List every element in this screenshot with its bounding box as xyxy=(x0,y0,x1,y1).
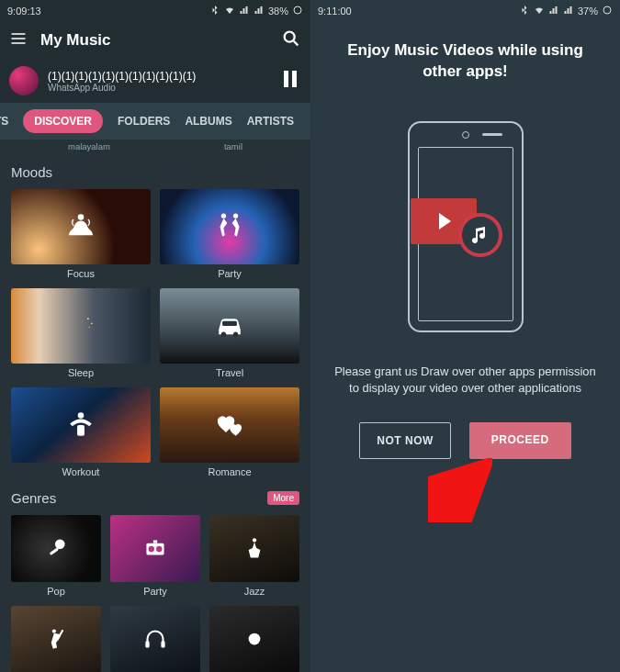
lang-item[interactable]: malayalam xyxy=(68,141,110,151)
trumpet-icon xyxy=(209,515,299,582)
bodybuilder-icon xyxy=(11,387,151,463)
status-time: 9:11:00 xyxy=(318,6,352,17)
svg-point-9 xyxy=(89,327,90,328)
status-bar-right: 9:11:00 37% xyxy=(310,0,620,22)
status-indicators: 37% xyxy=(519,5,613,17)
wifi-icon xyxy=(534,5,545,17)
tab-albums[interactable]: ALBUMS xyxy=(185,115,231,128)
pause-icon[interactable] xyxy=(279,68,301,94)
svg-rect-25 xyxy=(161,641,164,647)
svg-point-5 xyxy=(221,214,226,218)
generic-icon xyxy=(209,606,299,672)
track-title: (1)(1)(1)(1)(1)(1)(1)(1)(1)(1)(1) xyxy=(48,70,270,83)
app-bar: My Music xyxy=(0,22,310,59)
mood-workout[interactable]: Workout xyxy=(11,387,151,477)
svg-rect-16 xyxy=(50,547,60,555)
svg-point-11 xyxy=(233,332,238,337)
svg-point-13 xyxy=(78,413,85,420)
section-title-moods: Moods xyxy=(11,164,299,180)
music-note-icon xyxy=(458,213,502,257)
svg-point-15 xyxy=(55,539,65,549)
heading-line2: other apps! xyxy=(423,62,508,80)
svg-point-6 xyxy=(233,214,238,218)
svg-point-4 xyxy=(78,214,85,220)
dialog-buttons: NOT NOW PROCEED xyxy=(359,422,570,459)
mood-focus[interactable]: Focus xyxy=(11,189,151,279)
tile-label: Party xyxy=(160,268,299,279)
mood-romance[interactable]: Romance xyxy=(160,387,299,477)
svg-rect-24 xyxy=(145,641,149,647)
mood-party[interactable]: Party xyxy=(160,189,299,279)
svg-point-0 xyxy=(294,6,301,14)
moods-label: Moods xyxy=(11,164,52,180)
genre-pop[interactable]: Pop xyxy=(11,515,101,597)
track-info: (1)(1)(1)(1)(1)(1)(1)(1)(1)(1)(1) WhatsA… xyxy=(48,70,270,93)
svg-point-8 xyxy=(91,323,93,325)
svg-point-22 xyxy=(52,630,56,633)
genre-tile-4[interactable] xyxy=(11,606,101,672)
svg-rect-14 xyxy=(77,425,85,436)
heading-line1: Enjoy Music Videos while using xyxy=(347,41,583,59)
language-row: malayalam tamil xyxy=(11,141,299,151)
svg-point-21 xyxy=(253,538,256,542)
tile-label: Romance xyxy=(160,466,299,477)
not-now-button[interactable]: NOT NOW xyxy=(359,422,451,459)
lang-item[interactable]: tamil xyxy=(224,141,242,151)
genre-tile-6[interactable] xyxy=(209,606,299,672)
meditate-icon xyxy=(11,189,151,264)
tab-folders[interactable]: FOLDERS xyxy=(118,115,170,128)
genre-tile-5[interactable] xyxy=(110,606,200,672)
battery-icon xyxy=(292,5,303,17)
genre-jazz[interactable]: Jazz xyxy=(209,515,299,597)
tile-label: Jazz xyxy=(209,586,299,597)
headphones-icon xyxy=(110,606,200,672)
tile-label: Party xyxy=(110,586,200,597)
mood-travel[interactable]: Travel xyxy=(160,288,299,378)
battery-text: 38% xyxy=(268,6,288,17)
page-title: My Music xyxy=(40,31,268,50)
now-playing-bar[interactable]: (1)(1)(1)(1)(1)(1)(1)(1)(1)(1)(1) WhatsA… xyxy=(0,59,310,103)
more-button[interactable]: More xyxy=(267,491,299,505)
tile-label: Travel xyxy=(160,367,299,378)
bluetooth-icon xyxy=(209,5,220,17)
genres-label: Genres xyxy=(11,490,56,506)
track-source: WhatsApp Audio xyxy=(48,83,270,93)
moods-grid: Focus Party Sleep Travel xyxy=(11,189,299,477)
proceed-button[interactable]: PROCEED xyxy=(469,422,571,459)
svg-rect-3 xyxy=(292,71,297,87)
svg-point-26 xyxy=(249,633,261,645)
dialog-description: Please grant us Draw over other apps per… xyxy=(331,364,600,397)
menu-icon[interactable] xyxy=(9,29,28,51)
bluetooth-icon xyxy=(519,5,530,17)
battery-text: 37% xyxy=(578,6,598,17)
tile-label: Workout xyxy=(11,466,151,477)
mic-icon xyxy=(11,515,101,582)
guitarist-icon xyxy=(11,606,101,672)
tab-artists[interactable]: ARTISTS xyxy=(247,115,294,128)
illustration xyxy=(392,121,539,332)
signal-icon xyxy=(548,5,559,17)
screen-right: 9:11:00 37% Enjoy Music Videos while usi… xyxy=(310,0,620,672)
boombox-icon xyxy=(110,515,200,582)
album-art xyxy=(9,66,39,95)
genres-grid: Pop Party Jazz xyxy=(11,515,299,672)
status-bar-left: 9:09:13 38% xyxy=(0,0,310,22)
signal-icon-2 xyxy=(254,5,265,17)
hearts-icon xyxy=(160,387,299,463)
dancers-icon xyxy=(160,189,299,264)
svg-point-18 xyxy=(149,546,154,552)
mood-sleep[interactable]: Sleep xyxy=(11,288,151,378)
tile-label: Pop xyxy=(11,586,101,597)
tab-discover[interactable]: DISCOVER xyxy=(23,109,103,133)
status-indicators: 38% xyxy=(209,5,303,17)
svg-point-10 xyxy=(221,332,226,337)
battery-icon xyxy=(602,5,613,17)
search-icon[interactable] xyxy=(281,28,301,52)
svg-rect-12 xyxy=(222,321,237,326)
tile-label: Sleep xyxy=(11,367,151,378)
svg-rect-2 xyxy=(284,71,288,87)
content-scroll-area[interactable]: malayalam tamil Moods Focus Party xyxy=(0,140,310,672)
genre-party[interactable]: Party xyxy=(110,515,200,597)
tab-lists[interactable]: TS xyxy=(0,115,8,128)
status-time: 9:09:13 xyxy=(7,6,41,17)
